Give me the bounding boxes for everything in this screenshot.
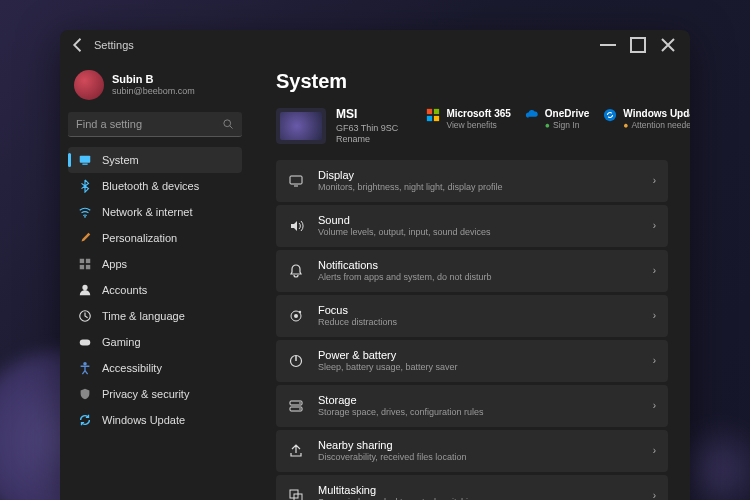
svg-point-26: [299, 408, 301, 410]
svg-rect-13: [427, 109, 432, 114]
share-icon: [288, 443, 304, 459]
status-sub: ●Attention needed: [623, 120, 690, 131]
setting-title: Sound: [318, 213, 639, 227]
svg-rect-7: [80, 265, 84, 269]
svg-point-20: [294, 314, 298, 318]
status-windows-update[interactable]: Windows Update●Attention needed: [603, 107, 690, 131]
device-rename-link[interactable]: Rename: [336, 134, 398, 146]
sidebar-item-label: Network & internet: [102, 206, 192, 218]
maximize-button[interactable]: [624, 35, 652, 55]
close-button[interactable]: [654, 35, 682, 55]
notifications-icon: [288, 263, 304, 279]
sidebar-item-time-language[interactable]: Time & language: [68, 303, 242, 329]
status-onedrive[interactable]: OneDrive●Sign In: [525, 107, 589, 131]
accounts-icon: [78, 283, 92, 297]
multitask-icon: [288, 488, 304, 500]
setting-nearby-sharing[interactable]: Nearby sharingDiscoverability, received …: [276, 430, 668, 472]
svg-rect-0: [631, 38, 645, 52]
svg-rect-5: [80, 259, 84, 263]
status-sub: View benefits: [446, 120, 510, 131]
sidebar-item-windows-update[interactable]: Windows Update: [68, 407, 242, 433]
setting-sound[interactable]: SoundVolume levels, output, input, sound…: [276, 205, 668, 247]
sidebar-item-personalization[interactable]: Personalization: [68, 225, 242, 251]
setting-sub: Discoverability, received files location: [318, 452, 639, 464]
device-row: MSI GF63 Thin 9SC Rename Microsoft 365Vi…: [276, 107, 682, 146]
main-content: System MSI GF63 Thin 9SC Rename Microsof…: [250, 60, 690, 500]
sidebar-item-apps[interactable]: Apps: [68, 251, 242, 277]
svg-rect-2: [80, 156, 91, 163]
settings-window: Settings Subin B subin@beebom.com System…: [60, 30, 690, 500]
apps-icon: [78, 257, 92, 271]
svg-rect-16: [434, 116, 439, 121]
status-title: OneDrive: [545, 107, 589, 120]
sidebar-item-label: Time & language: [102, 310, 185, 322]
setting-multitasking[interactable]: MultitaskingSnap windows, desktops, task…: [276, 475, 668, 500]
maximize-icon: [624, 35, 652, 55]
chevron-right-icon: ›: [653, 400, 656, 411]
device-image: [276, 108, 326, 144]
setting-power-battery[interactable]: Power & batterySleep, battery usage, bat…: [276, 340, 668, 382]
svg-rect-18: [290, 176, 302, 184]
chevron-right-icon: ›: [653, 490, 656, 500]
chevron-right-icon: ›: [653, 175, 656, 186]
setting-focus[interactable]: FocusReduce distractions›: [276, 295, 668, 337]
svg-point-4: [84, 216, 86, 218]
svg-rect-8: [86, 265, 90, 269]
sidebar-item-accessibility[interactable]: Accessibility: [68, 355, 242, 381]
back-button[interactable]: [68, 35, 88, 55]
minimize-button[interactable]: [594, 35, 622, 55]
sidebar-item-label: Gaming: [102, 336, 141, 348]
svg-point-17: [604, 109, 616, 121]
svg-point-12: [83, 362, 87, 366]
device-card[interactable]: MSI GF63 Thin 9SC Rename: [276, 107, 398, 146]
setting-storage[interactable]: StorageStorage space, drives, configurat…: [276, 385, 668, 427]
wifi-icon: [78, 205, 92, 219]
chevron-right-icon: ›: [653, 355, 656, 366]
sidebar: Subin B subin@beebom.com SystemBluetooth…: [60, 60, 250, 500]
sidebar-item-system[interactable]: System: [68, 147, 242, 173]
setting-title: Multitasking: [318, 483, 639, 497]
search-icon: [222, 118, 234, 132]
update-icon: [78, 413, 92, 427]
device-name: MSI: [336, 107, 398, 123]
setting-title: Notifications: [318, 258, 639, 272]
display-icon: [288, 173, 304, 189]
svg-rect-6: [86, 259, 90, 263]
setting-title: Storage: [318, 393, 639, 407]
focus-icon: [288, 308, 304, 324]
svg-point-25: [299, 402, 301, 404]
sidebar-item-accounts[interactable]: Accounts: [68, 277, 242, 303]
search-input[interactable]: [68, 112, 242, 137]
sidebar-item-privacy-security[interactable]: Privacy & security: [68, 381, 242, 407]
power-icon: [288, 353, 304, 369]
page-title: System: [276, 70, 682, 93]
setting-display[interactable]: DisplayMonitors, brightness, night light…: [276, 160, 668, 202]
profile[interactable]: Subin B subin@beebom.com: [68, 66, 242, 104]
status-sub: ●Sign In: [545, 120, 589, 131]
status-title: Windows Update: [623, 107, 690, 120]
window-title: Settings: [94, 39, 134, 51]
setting-title: Nearby sharing: [318, 438, 639, 452]
sidebar-item-label: Apps: [102, 258, 127, 270]
chevron-right-icon: ›: [653, 265, 656, 276]
microsoft-icon: [426, 108, 440, 122]
sidebar-item-bluetooth-devices[interactable]: Bluetooth & devices: [68, 173, 242, 199]
status-microsoft-[interactable]: Microsoft 365View benefits: [426, 107, 510, 131]
setting-notifications[interactable]: NotificationsAlerts from apps and system…: [276, 250, 668, 292]
device-model: GF63 Thin 9SC: [336, 123, 398, 135]
minimize-icon: [594, 35, 622, 55]
setting-title: Power & battery: [318, 348, 639, 362]
chevron-right-icon: ›: [653, 445, 656, 456]
back-arrow-icon: [68, 35, 88, 55]
settings-list[interactable]: DisplayMonitors, brightness, night light…: [276, 160, 682, 500]
sidebar-item-label: Windows Update: [102, 414, 185, 426]
setting-sub: Reduce distractions: [318, 317, 639, 329]
sidebar-item-label: Bluetooth & devices: [102, 180, 199, 192]
status-title: Microsoft 365: [446, 107, 510, 120]
setting-sub: Volume levels, output, input, sound devi…: [318, 227, 639, 239]
sidebar-item-label: Accessibility: [102, 362, 162, 374]
sidebar-item-gaming[interactable]: Gaming: [68, 329, 242, 355]
sidebar-item-network-internet[interactable]: Network & internet: [68, 199, 242, 225]
gaming-icon: [78, 335, 92, 349]
svg-rect-3: [82, 164, 87, 165]
